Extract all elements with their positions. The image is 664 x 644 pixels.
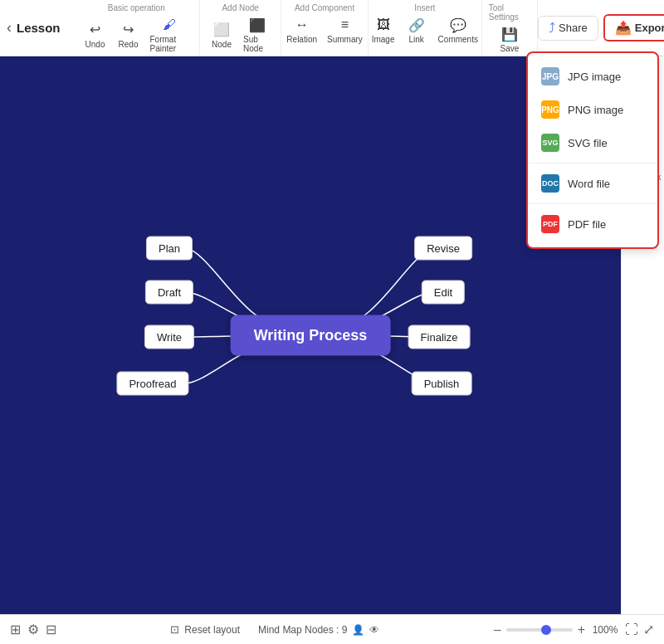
link-icon: 🔗 (408, 16, 426, 34)
svg-icon: SVG (541, 134, 559, 152)
mindmap-container: Writing Process Plan Draft Write Proofre… (61, 178, 559, 493)
comments-label: Comments (438, 35, 478, 44)
node-button[interactable]: ⬜ Node (207, 19, 237, 51)
comments-icon: 💬 (449, 16, 467, 34)
redo-button[interactable]: ↪ Redo (114, 19, 144, 51)
save-icon: 💾 (500, 25, 519, 43)
mindmap-node-revise[interactable]: Revise (414, 237, 472, 261)
export-pdf-item[interactable]: PDF PDF file (528, 207, 657, 241)
zoom-in-button[interactable]: + (578, 622, 585, 637)
write-label: Write (157, 331, 182, 344)
share-button[interactable]: ⤴ Share (538, 16, 598, 41)
dropdown-divider2 (528, 203, 657, 204)
toolbar: ‹ Lesson Basic operation ↩ Undo ↪ Redo 🖌… (0, 0, 664, 56)
proofread-label: Proofread (129, 378, 176, 390)
statusbar-table-icon[interactable]: ⊟ (46, 622, 56, 637)
export-icon: 📤 (615, 20, 632, 36)
statusbar: ⊞ ⚙ ⊟ ⊡ Reset layout Mind Map Nodes : 9 … (0, 614, 664, 644)
undo-button[interactable]: ↩ Undo (81, 19, 110, 51)
reset-layout-icon: ⊡ (170, 623, 179, 636)
export-jpg-label: JPG image (568, 71, 621, 83)
zoom-thumb (541, 625, 551, 635)
mindmap-node-edit[interactable]: Edit (422, 281, 465, 305)
edit-label: Edit (434, 286, 452, 299)
export-word-item[interactable]: DOC Word file (528, 167, 657, 200)
relation-button[interactable]: ↔ Relation (283, 14, 320, 46)
statusbar-center: ⊡ Reset layout Mind Map Nodes : 9 👤 👁 (66, 623, 484, 636)
dropdown-divider (528, 163, 657, 163)
summary-icon: ≡ (335, 16, 354, 34)
reset-layout-label[interactable]: Reset layout (184, 624, 240, 636)
mindmap-node-plan[interactable]: Plan (146, 237, 193, 261)
save-button[interactable]: 💾 Save (495, 23, 525, 55)
export-jpg-item[interactable]: JPG JPG image (528, 60, 657, 93)
statusbar-grid-icon[interactable]: ⊞ (10, 622, 21, 637)
insert-items: 🖼 Image 🔗 Link 💬 Comments (369, 14, 481, 46)
format-painter-button[interactable]: 🖌 Format Painter (147, 14, 193, 55)
plan-label: Plan (159, 242, 180, 255)
redo-label: Redo (119, 40, 139, 49)
group-label-add-node: Add Node (222, 3, 258, 12)
link-button[interactable]: 🔗 Link (402, 14, 432, 46)
sub-node-button[interactable]: ⬛ Sub Node (240, 14, 274, 55)
expand-button[interactable]: ⤢ (643, 622, 654, 637)
mindmap-node-proofread[interactable]: Proofread (116, 372, 188, 396)
summary-button[interactable]: ≡ Summary (324, 14, 366, 46)
app-title: Lesson (17, 21, 61, 35)
toolbar-group-add-component: Add Component ↔ Relation ≡ Summary (281, 0, 368, 56)
sub-node-icon: ⬛ (248, 16, 266, 34)
nodes-count-label: Mind Map Nodes : 9 (258, 624, 347, 636)
group-label-tool-settings: Tool Settings (489, 3, 530, 22)
statusbar-settings-icon[interactable]: ⚙ (27, 622, 39, 637)
link-label: Link (408, 35, 423, 44)
undo-icon: ↩ (86, 21, 105, 39)
export-svg-label: SVG file (568, 137, 608, 149)
export-button[interactable]: 📤 Export (603, 14, 664, 41)
toolbar-groups: Basic operation ↩ Undo ↪ Redo 🖌 Format P… (74, 0, 539, 56)
export-pdf-label: PDF file (568, 218, 606, 231)
word-icon: DOC (541, 174, 559, 193)
group-label-add-component: Add Component (295, 3, 354, 12)
export-word-label: Word file (568, 178, 610, 190)
node-label: Node (212, 40, 232, 49)
fullscreen-button[interactable]: ⛶ (625, 622, 638, 637)
mindmap-node-publish[interactable]: Publish (412, 372, 472, 396)
add-node-items: ⬜ Node ⬛ Sub Node (207, 14, 274, 55)
redo-icon: ↪ (120, 21, 138, 39)
zoom-out-button[interactable]: – (494, 622, 501, 637)
zoom-slider[interactable] (506, 628, 573, 632)
export-label: Export (635, 22, 664, 34)
export-svg-item[interactable]: SVG SVG file (528, 126, 657, 159)
image-button[interactable]: 🖼 Image (369, 14, 398, 46)
toolbar-group-tool-settings: Tool Settings 💾 Save (482, 0, 538, 56)
group-label-basic: Basic operation (108, 3, 165, 12)
relation-label: Relation (286, 35, 317, 44)
back-button[interactable]: ‹ (7, 17, 12, 40)
mindmap-node-draft[interactable]: Draft (145, 281, 193, 305)
person-icon: 👤 (352, 624, 364, 636)
format-painter-label: Format Painter (150, 35, 190, 53)
sub-node-label: Sub Node (243, 35, 271, 53)
mindmap-center-node[interactable]: Writing Process (231, 315, 391, 356)
eye-icon: 👁 (369, 624, 379, 636)
toolbar-group-insert: Insert 🖼 Image 🔗 Link 💬 Comments (369, 0, 482, 56)
comments-button[interactable]: 💬 Comments (435, 14, 481, 46)
center-label: Writing Process (254, 327, 368, 344)
finalize-label: Finalize (421, 331, 458, 344)
draft-label: Draft (158, 286, 181, 299)
share-label: Share (559, 22, 588, 34)
pdf-icon: PDF (541, 215, 559, 233)
toolbar-group-add-node: Add Node ⬜ Node ⬛ Sub Node (200, 0, 281, 56)
zoom-level-label: 100% (590, 624, 620, 636)
publish-label: Publish (424, 378, 460, 390)
mindmap-node-write[interactable]: Write (144, 325, 194, 349)
toolbar-group-basic: Basic operation ↩ Undo ↪ Redo 🖌 Format P… (74, 0, 201, 56)
mindmap-node-finalize[interactable]: Finalize (408, 325, 471, 349)
add-component-items: ↔ Relation ≡ Summary (283, 14, 366, 46)
export-png-item[interactable]: PNG PNG image (528, 93, 657, 126)
image-label: Image (372, 35, 395, 44)
revise-label: Revise (427, 242, 460, 255)
jpg-icon: JPG (541, 67, 559, 85)
save-label: Save (500, 44, 519, 53)
export-dropdown: JPG JPG image PNG PNG image SVG SVG file… (526, 51, 659, 249)
